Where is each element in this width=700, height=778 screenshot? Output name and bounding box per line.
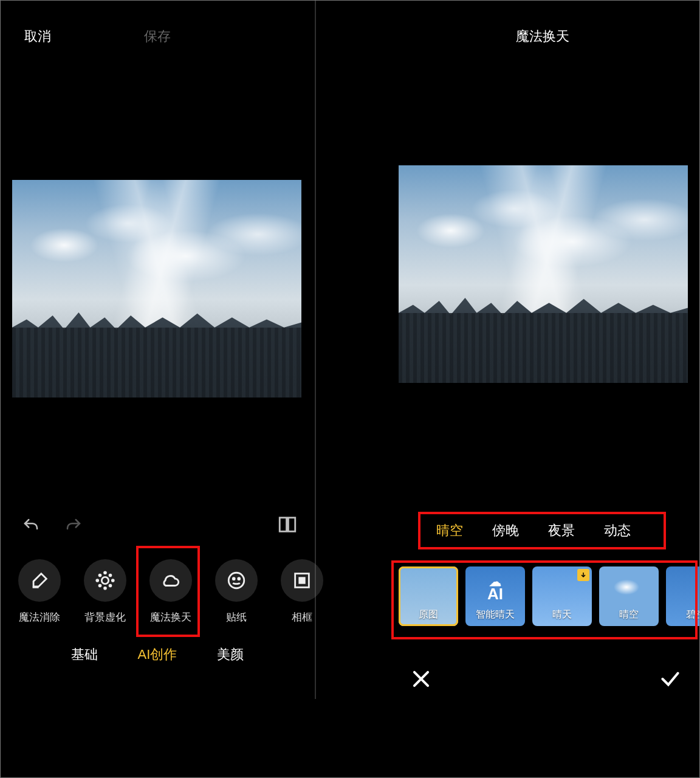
tool-magic-erase[interactable]: 魔法消除 [18, 559, 61, 644]
svg-rect-15 [300, 578, 305, 584]
svg-point-4 [105, 587, 106, 589]
svg-point-2 [101, 577, 108, 584]
compare-icon[interactable] [277, 514, 298, 537]
preset-ai-sunny[interactable]: AI 智能晴天 [465, 566, 525, 626]
tool-magic-sky[interactable]: 魔法换天 [149, 559, 192, 644]
tab-beauty[interactable]: 美颜 [217, 645, 244, 664]
preset-label: 原图 [419, 608, 438, 621]
svg-rect-0 [280, 518, 286, 532]
cancel-icon[interactable] [410, 667, 433, 693]
preset-original[interactable]: 原图 [399, 566, 458, 626]
preview-image-left [12, 180, 301, 398]
preset-label: 碧空 [686, 608, 700, 621]
tab-basic[interactable]: 基础 [71, 645, 98, 664]
svg-point-6 [112, 580, 114, 582]
tool-label: 相框 [292, 610, 312, 624]
svg-point-13 [238, 578, 240, 580]
preset-label: 晴天 [552, 608, 572, 621]
redo-button[interactable] [64, 517, 83, 537]
svg-point-3 [105, 572, 106, 574]
svg-point-9 [99, 585, 101, 587]
svg-point-10 [109, 585, 111, 587]
preset-label: 智能晴天 [476, 608, 515, 621]
category-night[interactable]: 夜景 [548, 522, 575, 540]
tool-label: 背景虚化 [84, 610, 126, 624]
undo-button[interactable] [22, 517, 40, 537]
tool-sticker[interactable]: 贴纸 [215, 559, 258, 644]
tool-label: 贴纸 [226, 610, 247, 624]
tool-bg-blur[interactable]: 背景虚化 [84, 559, 126, 644]
category-evening[interactable]: 傍晚 [492, 522, 519, 540]
svg-point-8 [109, 574, 111, 576]
svg-point-12 [233, 578, 235, 580]
cancel-button[interactable]: 取消 [24, 27, 51, 46]
confirm-icon[interactable] [659, 667, 682, 693]
preset-clear-sky[interactable]: 晴空 [599, 566, 659, 626]
tool-label: 魔法消除 [19, 610, 60, 624]
preset-sunny[interactable]: 晴天 [532, 566, 592, 626]
category-dynamic[interactable]: 动态 [604, 522, 631, 540]
preset-azure[interactable]: 碧空 [666, 566, 700, 626]
svg-point-5 [97, 580, 98, 582]
tool-frame[interactable]: 相框 [281, 559, 323, 644]
svg-point-7 [99, 574, 101, 576]
svg-rect-1 [288, 518, 295, 532]
tool-label: 魔法换天 [150, 610, 191, 624]
preview-image-right [399, 165, 688, 383]
ai-icon: AI [465, 579, 525, 604]
download-icon [577, 569, 589, 581]
pane-divider [315, 0, 316, 699]
svg-point-11 [228, 573, 244, 588]
tab-ai[interactable]: AI创作 [138, 645, 177, 664]
preset-label: 晴空 [619, 608, 639, 621]
category-clear[interactable]: 晴空 [436, 522, 463, 540]
panel-title: 魔法换天 [385, 27, 700, 46]
